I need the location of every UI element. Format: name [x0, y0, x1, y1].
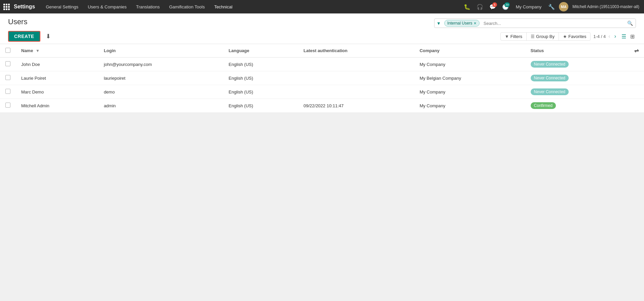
kanban-view-button[interactable]: ⊞: [629, 33, 636, 40]
cell-status: Confirmed: [525, 99, 629, 113]
table-header-row: Name ▼ Login Language Latest authenticat…: [0, 44, 644, 58]
messages-icon-btn[interactable]: 💬 5: [488, 2, 498, 12]
app-name[interactable]: Settings: [14, 4, 35, 10]
headset-icon: 🎧: [477, 4, 483, 10]
row-checkbox-cell[interactable]: [0, 99, 16, 113]
bug-icon-btn[interactable]: 🐛: [462, 2, 472, 12]
cell-latest-auth: 09/22/2022 10:11:47: [298, 99, 414, 113]
search-input[interactable]: [481, 20, 624, 27]
messages-badge: 5: [492, 2, 497, 7]
view-toggle: ☰ ⊞: [620, 33, 636, 40]
col-header-latest-auth[interactable]: Latest authentication: [298, 44, 414, 58]
col-header-language[interactable]: Language: [223, 44, 298, 58]
pagination: 1-4 / 4 ‹ ›: [593, 33, 617, 40]
select-all-checkbox-header[interactable]: [0, 44, 16, 58]
row-checkbox-cell[interactable]: [0, 58, 16, 71]
create-button[interactable]: CREATE: [8, 31, 40, 42]
row-checkbox-cell[interactable]: [0, 71, 16, 85]
app-grid-icon[interactable]: [3, 4, 10, 10]
updates-icon-btn[interactable]: 🕐 39: [500, 2, 510, 12]
table-row[interactable]: Laurie Poiret lauriepoiret English (US) …: [0, 71, 644, 85]
status-badge: Never Connected: [531, 61, 569, 68]
filter-funnel-icon: ▼: [434, 20, 443, 27]
cell-language: English (US): [223, 58, 298, 71]
cell-empty: [629, 58, 644, 71]
cell-login: demo: [99, 85, 223, 99]
cell-empty: [629, 85, 644, 99]
pagination-text: 1-4 / 4: [593, 34, 606, 39]
search-icon[interactable]: 🔍: [624, 19, 636, 27]
col-settings-icon[interactable]: ⇌: [634, 48, 639, 53]
cell-status: Never Connected: [525, 71, 629, 85]
filter-tag-close[interactable]: ×: [474, 21, 477, 26]
status-badge: Confirmed: [531, 102, 556, 109]
cell-company: My Company: [414, 85, 525, 99]
groupby-button[interactable]: ☰ Group By: [527, 33, 559, 40]
table-row[interactable]: Mitchell Admin admin English (US) 09/22/…: [0, 99, 644, 113]
sort-name-icon: ▼: [36, 48, 40, 53]
table-row[interactable]: John Doe john@yourcompany.com English (U…: [0, 58, 644, 71]
row-checkbox[interactable]: [5, 103, 10, 108]
cell-language: English (US): [223, 99, 298, 113]
row-checkbox-cell[interactable]: [0, 85, 16, 99]
cell-status: Never Connected: [525, 85, 629, 99]
nav-technical[interactable]: Technical: [210, 0, 236, 13]
nav-users-companies[interactable]: Users & Companies: [84, 0, 131, 13]
cell-latest-auth: [298, 85, 414, 99]
nav-general-settings[interactable]: General Settings: [42, 0, 82, 13]
page-title: Users: [8, 17, 27, 29]
users-table: Name ▼ Login Language Latest authenticat…: [0, 44, 644, 113]
cell-latest-auth: [298, 58, 414, 71]
row-checkbox[interactable]: [5, 61, 10, 66]
col-header-settings[interactable]: ⇌: [629, 44, 644, 58]
col-header-company[interactable]: Company: [414, 44, 525, 58]
cell-company: My Company: [414, 58, 525, 71]
support-icon-btn[interactable]: 🎧: [475, 2, 485, 12]
cell-language: English (US): [223, 85, 298, 99]
top-navigation: Settings General Settings Users & Compan…: [0, 0, 644, 13]
cell-empty: [629, 71, 644, 85]
avatar[interactable]: MA: [559, 2, 568, 11]
prev-page-button[interactable]: ‹: [607, 33, 611, 40]
nav-translations[interactable]: Translations: [132, 0, 164, 13]
cell-latest-auth: [298, 71, 414, 85]
col-header-status[interactable]: Status: [525, 44, 629, 58]
cell-login: lauriepoiret: [99, 71, 223, 85]
user-label[interactable]: Mitchell Admin (19511003-master-all): [571, 4, 641, 9]
cell-name: Laurie Poiret: [16, 71, 99, 85]
download-button[interactable]: ⬇: [43, 31, 53, 41]
nav-gamification[interactable]: Gamification Tools: [165, 0, 209, 13]
updates-badge: 39: [504, 2, 510, 7]
favorites-button[interactable]: ★ Favorites: [559, 33, 590, 40]
cell-name: Mitchell Admin: [16, 99, 99, 113]
col-header-login[interactable]: Login: [99, 44, 223, 58]
next-page-button[interactable]: ›: [613, 33, 617, 40]
company-name[interactable]: My Company: [513, 4, 544, 9]
select-all-checkbox[interactable]: [5, 48, 10, 53]
nav-icons-group: 🐛 🎧 💬 5 🕐 39 My Company 🔧 MA Mitchell Ad…: [462, 2, 641, 12]
row-checkbox[interactable]: [5, 75, 10, 80]
empty-content-area: [0, 113, 644, 301]
row-checkbox[interactable]: [5, 89, 10, 94]
table-row[interactable]: Marc Demo demo English (US) My Company N…: [0, 85, 644, 99]
page-header: Users ▼ Internal Users × 🔍 CREATE ⬇ ▼ Fi…: [0, 13, 644, 44]
status-badge: Never Connected: [531, 75, 569, 81]
col-header-name[interactable]: Name ▼: [16, 44, 99, 58]
filters-funnel-icon: ▼: [505, 34, 509, 39]
status-badge: Never Connected: [531, 88, 569, 95]
users-table-container: Name ▼ Login Language Latest authenticat…: [0, 44, 644, 113]
wrench-icon[interactable]: 🔧: [547, 4, 556, 10]
filters-button[interactable]: ▼ Filters: [501, 33, 527, 40]
cell-name: John Doe: [16, 58, 99, 71]
search-area: ▼ Internal Users × 🔍: [434, 18, 636, 28]
cell-status: Never Connected: [525, 58, 629, 71]
filter-tag-label: Internal Users: [447, 21, 472, 26]
list-view-button[interactable]: ☰: [620, 33, 628, 40]
cell-login: admin: [99, 99, 223, 113]
cell-language: English (US): [223, 71, 298, 85]
filter-tag-internal-users[interactable]: Internal Users ×: [444, 20, 480, 27]
cell-login: john@yourcompany.com: [99, 58, 223, 71]
bug-icon: 🐛: [464, 4, 470, 10]
table-body: John Doe john@yourcompany.com English (U…: [0, 58, 644, 113]
cell-name: Marc Demo: [16, 85, 99, 99]
